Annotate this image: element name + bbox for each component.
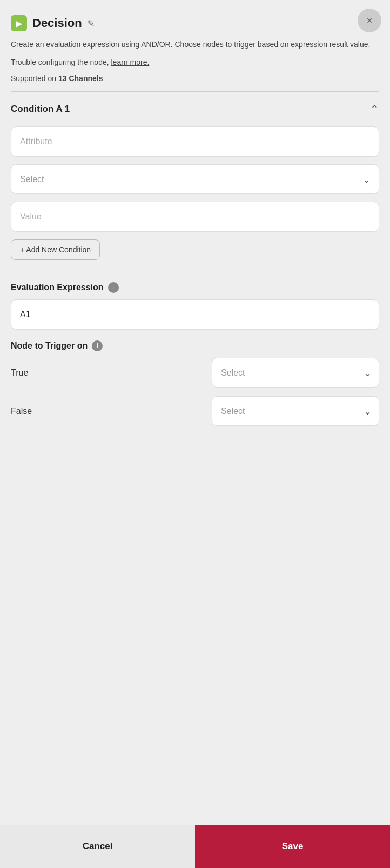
select-wrapper: Select ⌄ — [11, 164, 379, 194]
trigger-false-select-wrapper: Select ⌄ — [212, 396, 379, 426]
supported-channels-text: Supported on 13 Channels — [11, 74, 379, 83]
trigger-true-row: True Select ⌄ — [11, 358, 379, 388]
trigger-true-select-wrapper: Select ⌄ — [212, 358, 379, 388]
trigger-label-row: Node to Trigger on i — [11, 340, 379, 351]
save-button[interactable]: Save — [195, 825, 390, 868]
condition-select[interactable]: Select — [11, 164, 379, 194]
add-condition-label: + Add New Condition — [20, 245, 91, 254]
trigger-true-select[interactable]: Select — [212, 358, 379, 388]
evaluation-label: Evaluation Expression — [11, 283, 104, 292]
trigger-false-select[interactable]: Select — [212, 396, 379, 426]
value-input[interactable] — [11, 202, 379, 232]
trigger-false-label: False — [11, 406, 43, 416]
page-title: Decision — [32, 16, 82, 30]
trigger-info-icon[interactable]: i — [92, 340, 103, 351]
condition-header: Condition A 1 ⌃ — [11, 103, 379, 116]
edit-icon[interactable]: ✎ — [88, 18, 95, 29]
trigger-true-label: True — [11, 368, 43, 378]
trigger-section: True Select ⌄ False Select ⌄ — [11, 358, 379, 426]
trigger-false-row: False Select ⌄ — [11, 396, 379, 426]
learn-more-link[interactable]: learn more. — [111, 58, 150, 66]
close-button[interactable]: × — [358, 9, 381, 32]
chevron-up-icon[interactable]: ⌃ — [370, 103, 379, 116]
header-divider — [11, 91, 379, 92]
main-content: ▶ Decision ✎ Create an evaluation expres… — [0, 0, 390, 729]
cancel-button[interactable]: Cancel — [0, 825, 195, 868]
evaluation-input[interactable] — [11, 299, 379, 330]
trouble-text: Trouble configuring the node, learn more… — [11, 58, 379, 66]
condition-divider — [11, 271, 379, 271]
space-below — [11, 437, 379, 653]
condition-title: Condition A 1 — [11, 104, 70, 115]
close-icon: × — [367, 15, 373, 26]
footer-buttons: Cancel Save — [0, 825, 390, 868]
trigger-label: Node to Trigger on — [11, 341, 88, 351]
evaluation-info-icon[interactable]: i — [108, 282, 119, 293]
channels-count: 13 Channels — [58, 74, 103, 83]
attribute-input[interactable] — [11, 126, 379, 157]
add-condition-button[interactable]: + Add New Condition — [11, 239, 100, 260]
evaluation-label-row: Evaluation Expression i — [11, 282, 379, 293]
description-text: Create an evaluation expression using AN… — [11, 39, 379, 50]
header-row: ▶ Decision ✎ — [11, 15, 379, 31]
decision-icon: ▶ — [11, 15, 27, 31]
